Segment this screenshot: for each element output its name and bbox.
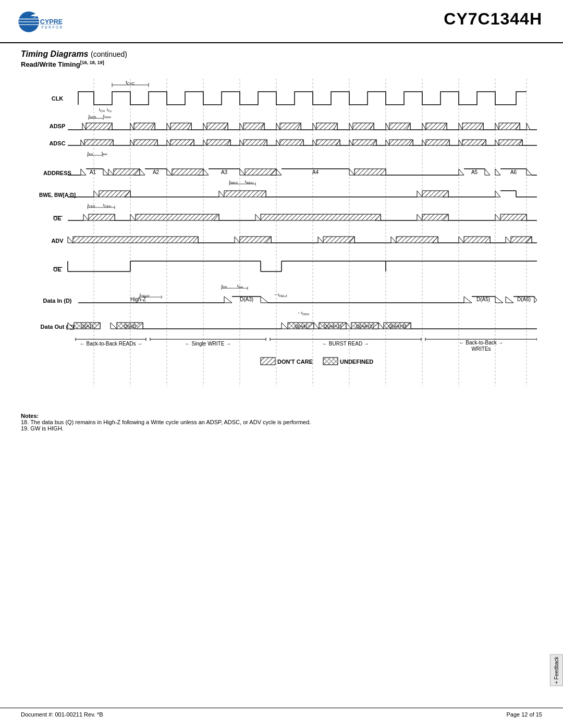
svg-marker-214 [130,214,136,220]
svg-rect-110 [280,140,303,145]
svg-marker-239 [318,237,323,243]
svg-text:UNDEFINED: UNDEFINED [340,359,373,365]
svg-text:Q(A4+1): Q(A4+1) [324,324,341,329]
svg-rect-215 [136,214,219,220]
svg-marker-160 [240,169,245,175]
svg-text:D(A6): D(A6) [517,297,531,302]
cypress-logo: CYPRESS PERFORM [16,9,63,38]
svg-marker-154 [167,169,172,175]
svg-rect-126 [426,140,449,145]
svg-marker-37 [82,123,86,130]
svg-marker-61 [313,123,316,130]
svg-marker-288 [506,297,513,303]
svg-marker-117 [349,140,353,145]
svg-rect-219 [261,214,381,220]
svg-text:A5: A5 [471,169,478,175]
svg-text:tAS: tAS [88,151,93,156]
svg-marker-105 [240,140,243,145]
svg-text:←  BURST READ  →: ← BURST READ → [322,341,369,347]
section-title: Timing Diagrams (continued) [21,50,542,59]
svg-marker-81 [495,123,499,130]
svg-marker-243 [391,237,396,243]
note-18: 18. The data bus (Q) remains in High-Z f… [21,419,542,425]
svg-text:A4: A4 [312,169,319,175]
svg-marker-113 [313,140,316,145]
svg-rect-118 [353,140,376,145]
svg-marker-194 [417,191,422,197]
svg-rect-191 [224,191,266,197]
svg-text:Q(A4+3): Q(A4+3) [388,324,406,329]
svg-rect-134 [499,140,522,145]
feedback-button[interactable]: + Feedback [550,655,563,686]
svg-marker-93 [130,140,134,145]
svg-marker-53 [240,123,243,130]
svg-marker-170 [459,169,464,175]
svg-rect-232 [73,237,198,243]
svg-marker-148 [108,169,114,175]
svg-rect-114 [316,140,340,145]
svg-text:ADSC: ADSC [49,140,65,146]
svg-text:PERFORM: PERFORM [42,26,63,29]
svg-text:←  Single WRITE  →: ← Single WRITE → [185,341,231,347]
svg-text:WRITEs: WRITEs [471,346,491,352]
svg-text:tCH: tCH [99,107,105,113]
svg-text:tADH: tADH [103,114,111,119]
svg-text:tAH: tAH [102,151,107,156]
svg-marker-247 [459,237,464,243]
svg-marker-45 [167,123,170,130]
svg-rect-130 [462,140,486,145]
svg-rect-339 [323,357,338,365]
svg-marker-109 [276,140,280,145]
svg-marker-173 [485,169,490,175]
svg-marker-279 [224,297,232,303]
svg-rect-90 [84,140,113,145]
svg-marker-151 [140,169,145,175]
svg-marker-235 [235,237,240,243]
document-title: CY7C1344H [444,9,542,29]
svg-marker-121 [386,140,389,145]
svg-marker-222 [417,214,422,220]
svg-text:tDH: tDH [237,283,243,289]
svg-marker-85 [527,123,530,130]
svg-marker-174 [495,169,500,175]
svg-marker-311 [346,323,351,329]
svg-marker-89 [81,140,84,145]
svg-text:tWEH: tWEH [245,179,253,184]
svg-rect-102 [207,140,230,145]
notes-section: Notes: 18. The data bus (Q) remains in H… [21,413,542,431]
svg-rect-122 [389,140,413,145]
svg-marker-101 [203,140,207,145]
svg-text:tWES: tWES [229,179,238,184]
svg-marker-147 [103,169,108,175]
svg-rect-94 [134,140,157,145]
svg-text:Q(A4): Q(A4) [295,324,307,329]
subsection-title: Read/Write Timing[16, 18, 19] [21,60,542,68]
svg-marker-129 [459,140,462,145]
svg-marker-166 [349,169,354,175]
svg-text:CYPRESS: CYPRESS [40,18,63,26]
svg-rect-98 [170,140,194,145]
svg-marker-133 [495,140,499,145]
svg-marker-125 [422,140,426,145]
svg-marker-163 [276,169,282,175]
svg-rect-106 [243,140,267,145]
svg-marker-186 [94,191,99,197]
svg-marker-190 [219,191,224,197]
svg-marker-177 [527,169,532,175]
svg-marker-298 [111,323,117,329]
svg-text:CLK: CLK [52,95,64,102]
svg-text:D(A3): D(A3) [240,297,253,302]
svg-marker-307 [314,323,319,329]
svg-text:DON'T CARE: DON'T CARE [277,359,313,365]
svg-text:tCES: tCES [88,203,95,208]
logo-area: CYPRESS PERFORM [16,9,63,38]
svg-marker-303 [282,323,288,329]
svg-marker-282 [261,297,268,303]
svg-marker-287 [495,297,503,303]
svg-text:tCL: tCL [107,107,113,113]
svg-marker-41 [130,123,134,130]
svg-marker-157 [203,169,209,175]
svg-text:A1: A1 [90,169,96,175]
timing-diagram: CLK tCYC tCH tCL ADSP tADS tADH [26,73,537,409]
document-number: Document #: 001-00211 Rev. *B [21,711,103,718]
